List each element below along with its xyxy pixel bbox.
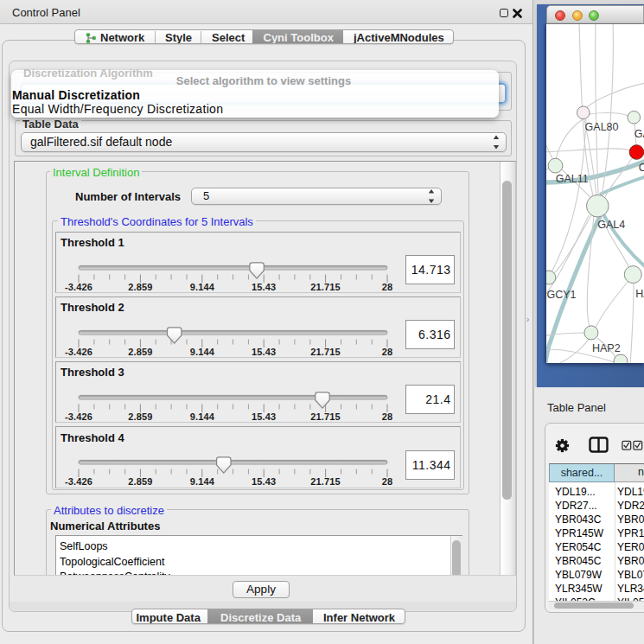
svg-text:-3.426: -3.426 xyxy=(65,346,92,356)
svg-text:9.144: 9.144 xyxy=(190,476,215,487)
svg-text:CD: CD xyxy=(639,162,644,174)
svg-text:15.43: 15.43 xyxy=(252,411,276,421)
svg-text:HA: HA xyxy=(635,288,644,300)
svg-text:-3.426: -3.426 xyxy=(65,281,92,291)
svg-text:28: 28 xyxy=(382,411,393,421)
svg-text:GAL80: GAL80 xyxy=(585,121,619,133)
svg-text:21.715: 21.715 xyxy=(310,281,341,291)
svg-text:15.43: 15.43 xyxy=(252,346,276,356)
svg-text:HAP2: HAP2 xyxy=(592,342,621,354)
svg-text:GAL: GAL xyxy=(634,128,644,140)
svg-text:15.43: 15.43 xyxy=(252,281,276,291)
svg-text:9.144: 9.144 xyxy=(190,346,215,356)
svg-text:-3.426: -3.426 xyxy=(65,476,92,487)
svg-text:28: 28 xyxy=(382,346,393,356)
svg-text:GAL4: GAL4 xyxy=(597,219,625,231)
svg-text:-3.426: -3.426 xyxy=(65,411,92,421)
svg-text:28: 28 xyxy=(382,476,393,487)
svg-text:2.859: 2.859 xyxy=(128,281,152,291)
svg-text:9.144: 9.144 xyxy=(190,411,215,421)
svg-text:28: 28 xyxy=(382,281,393,291)
svg-text:21.715: 21.715 xyxy=(310,411,341,421)
svg-text:2.859: 2.859 xyxy=(128,346,152,356)
svg-text:2.859: 2.859 xyxy=(128,411,152,421)
svg-text:15.43: 15.43 xyxy=(252,476,276,487)
svg-text:21.715: 21.715 xyxy=(310,346,341,356)
svg-text:GAL11: GAL11 xyxy=(556,173,589,185)
svg-text:21.715: 21.715 xyxy=(310,476,341,487)
svg-text:9.144: 9.144 xyxy=(190,281,215,291)
svg-text:GCY1: GCY1 xyxy=(547,289,577,301)
svg-text:2.859: 2.859 xyxy=(128,476,152,487)
